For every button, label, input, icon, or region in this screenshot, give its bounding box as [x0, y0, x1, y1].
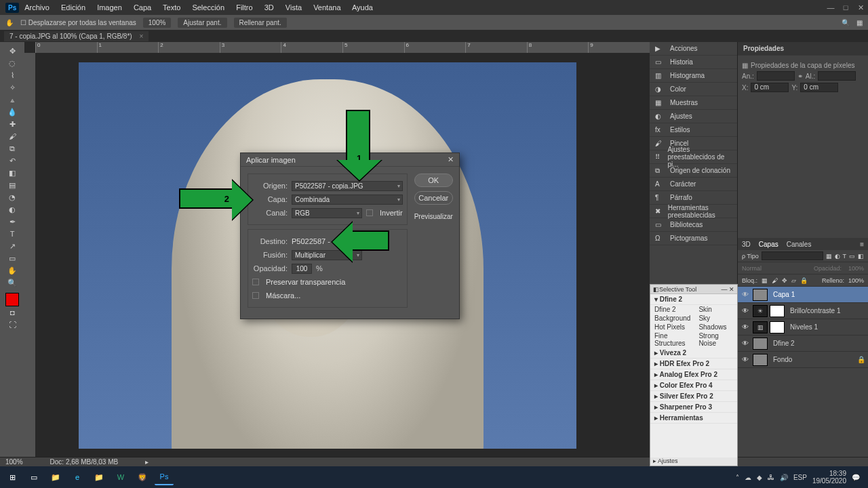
nik-silver[interactable]: ▸ Silver Efex Pro 2 — [650, 391, 737, 402]
clock[interactable]: 18:3919/05/2020 — [812, 470, 846, 485]
lock-position-icon[interactable]: ✥ — [782, 277, 787, 284]
panel-tool-presets[interactable]: ✖Herramientas preestablecidas — [650, 205, 737, 218]
explorer-icon[interactable]: 📁 — [46, 469, 65, 485]
panel-muestras[interactable]: ▦Muestras — [650, 96, 737, 110]
scroll-all-checkbox[interactable]: ☐ Desplazarse por todas las ventanas — [20, 19, 136, 26]
hand-tool[interactable]: ✋ — [5, 265, 19, 276]
volume-icon[interactable]: 🔊 — [780, 474, 788, 481]
quickmask-icon[interactable]: ◘ — [5, 307, 19, 318]
capa-select[interactable]: Combinada — [292, 195, 403, 205]
nik-preset[interactable]: Skin — [694, 305, 737, 314]
tab-capas[interactable]: Capas — [759, 241, 778, 248]
workspace-icon[interactable]: ▦ — [856, 19, 863, 26]
menu-archivo[interactable]: Archivo — [24, 3, 50, 12]
menu-ventana[interactable]: Ventana — [313, 3, 340, 12]
filter-kind[interactable]: ρ Tipo — [742, 253, 759, 260]
width-input[interactable] — [757, 71, 795, 81]
lock-all-icon[interactable]: 🔒 — [800, 277, 808, 284]
blur-tool[interactable]: ◔ — [5, 192, 19, 203]
panel-paragraph[interactable]: ¶Párrafo — [650, 191, 737, 205]
wand-tool[interactable]: ✧ — [5, 82, 19, 93]
visibility-icon[interactable]: 👁 — [741, 291, 750, 298]
panel-glyphs[interactable]: ΩPictogramas — [650, 232, 737, 245]
lock-pixels-icon[interactable]: ▦ — [762, 277, 768, 284]
dialog-close-icon[interactable]: ✕ — [448, 155, 454, 164]
lock-brush-icon[interactable]: 🖌 — [772, 277, 778, 284]
maximize-icon[interactable]: □ — [838, 3, 853, 12]
brave-icon[interactable]: 🦁 — [133, 469, 152, 485]
panel-estilos[interactable]: fxEstilos — [650, 123, 737, 137]
adjustment-icon[interactable]: ▥ — [753, 321, 768, 333]
tray-up-icon[interactable]: ˄ — [736, 474, 739, 481]
ok-button[interactable]: OK — [414, 174, 453, 187]
menu-ayuda[interactable]: Ayuda — [352, 3, 373, 12]
filter-shape-icon[interactable]: ▭ — [849, 253, 855, 260]
nik-preset[interactable]: Hot Pixels — [650, 323, 694, 331]
onedrive-icon[interactable]: ☁ — [745, 474, 751, 481]
cancel-button[interactable]: Cancelar — [414, 191, 453, 205]
filter-select[interactable] — [762, 251, 823, 260]
brush-tool[interactable]: 🖌 — [5, 131, 19, 142]
fit-screen-button[interactable]: Ajustar pant. — [178, 18, 226, 28]
network-icon[interactable]: 🖧 — [768, 474, 774, 481]
panel-acciones[interactable]: ▶Acciones — [650, 42, 737, 56]
tab-close-icon[interactable]: × — [139, 33, 143, 40]
layer-fondo[interactable]: 👁Fondo🔒 — [738, 352, 868, 368]
close-icon[interactable]: ✕ — [853, 3, 868, 12]
edge-icon[interactable]: e — [68, 469, 87, 485]
move-tool[interactable]: ✥ — [5, 45, 19, 56]
photoshop-taskbar-icon[interactable]: Ps — [155, 469, 174, 485]
document-tab[interactable]: 7 - copia.JPG al 100% (Capa 1, RGB/8*) × — [4, 31, 149, 41]
mask-checkbox[interactable] — [252, 292, 259, 299]
menu-vista[interactable]: Vista — [285, 3, 302, 12]
tab-canales[interactable]: Canales — [787, 241, 812, 248]
nik-preset[interactable]: Background — [650, 314, 694, 323]
tab-3d[interactable]: 3D — [742, 241, 751, 248]
menu-imagen[interactable]: Imagen — [97, 3, 122, 12]
panel-character[interactable]: ACarácter — [650, 178, 737, 191]
eyedropper-tool[interactable]: 💧 — [5, 106, 19, 117]
search-icon[interactable]: 🔍 — [842, 19, 850, 26]
zoom-tool[interactable]: 🔍 — [5, 277, 19, 288]
opacidad-input[interactable] — [292, 264, 312, 274]
nik-preset[interactable]: Strong Noise — [694, 331, 737, 348]
menu-seleccion[interactable]: Selección — [192, 3, 224, 12]
visibility-icon[interactable]: 👁 — [741, 340, 750, 347]
panel-ajustes[interactable]: ◐Ajustes — [650, 110, 737, 123]
history-brush-tool[interactable]: ↶ — [5, 155, 19, 166]
menu-edicion[interactable]: Edición — [61, 3, 85, 12]
panel-menu-icon[interactable]: ≡ — [860, 241, 864, 248]
filter-image-icon[interactable]: ▦ — [826, 253, 832, 260]
nik-analog[interactable]: ▸ Analog Efex Pro 2 — [650, 369, 737, 380]
panel-historia[interactable]: ▭Historia — [650, 56, 737, 69]
nik-footer[interactable]: ▸ Ajustes — [650, 458, 737, 466]
folder-icon[interactable]: 📁 — [90, 469, 108, 485]
visibility-icon[interactable]: 👁 — [741, 307, 750, 314]
screenmode-icon[interactable]: ⛶ — [5, 319, 19, 330]
heal-tool[interactable]: ✚ — [5, 119, 19, 129]
preserve-checkbox[interactable] — [252, 279, 259, 285]
height-input[interactable] — [818, 71, 856, 81]
menu-capa[interactable]: Capa — [134, 3, 151, 12]
y-input[interactable]: 0 cm — [800, 83, 838, 92]
nik-viveza[interactable]: ▸ Viveza 2 — [650, 348, 737, 359]
invert-checkbox[interactable] — [366, 209, 373, 216]
layer-levels[interactable]: 👁▥Niveles 1 — [738, 319, 868, 336]
eraser-tool[interactable]: ◧ — [5, 167, 19, 178]
nik-selective-tool-panel[interactable]: ◧ Selective Tool— ✕ ▾ Dfine 2 Dfine 2Ski… — [650, 284, 738, 466]
layer-thumb[interactable] — [753, 289, 768, 301]
layer-brightness[interactable]: 👁☀Brillo/contraste 1 — [738, 303, 868, 319]
status-arrow-icon[interactable]: ▸ — [145, 458, 149, 466]
layer-thumb[interactable] — [753, 354, 768, 366]
marquee-tool[interactable]: ◌ — [5, 58, 19, 68]
nik-sharpener[interactable]: ▸ Sharpener Pro 3 — [650, 402, 737, 413]
crop-tool[interactable]: ⟁ — [5, 94, 19, 105]
link-icon[interactable]: ⚭ — [797, 73, 803, 80]
nik-close-icon[interactable]: — ✕ — [721, 286, 734, 293]
panel-pincel-presets[interactable]: ⠿Ajustes preestablecidos de pi... — [650, 150, 737, 164]
gradient-tool[interactable]: ▤ — [5, 180, 19, 190]
path-tool[interactable]: ↗ — [5, 241, 19, 251]
filter-type-icon[interactable]: T — [843, 253, 847, 260]
filter-adjust-icon[interactable]: ◐ — [835, 253, 840, 260]
properties-header[interactable]: Propiedades — [738, 42, 868, 56]
